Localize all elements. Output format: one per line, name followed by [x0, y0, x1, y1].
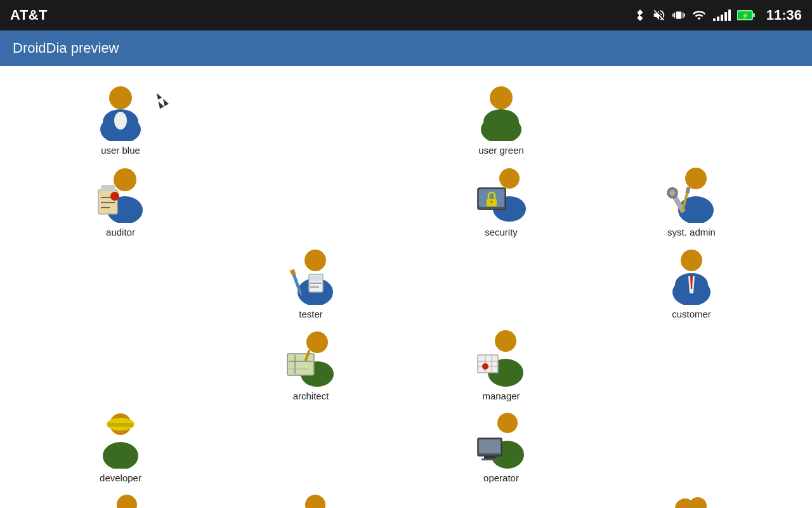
icon-developer[interactable]: developer — [87, 406, 154, 488]
proj-manager-svg: 31 — [92, 493, 149, 508]
app-title: DroidDia preview — [13, 40, 119, 57]
developer-label: developer — [100, 472, 141, 483]
svg-point-61 — [103, 442, 138, 469]
manager-svg — [473, 330, 530, 387]
svg-rect-54 — [478, 355, 498, 373]
svg-point-9 — [483, 109, 519, 135]
auditor-svg — [92, 166, 149, 223]
svg-point-52 — [495, 330, 516, 352]
operator-svg — [473, 411, 530, 469]
icon-group[interactable]: group — [658, 488, 725, 508]
signal-bars-icon — [713, 10, 731, 21]
status-bar: AT&T ⚡ — [0, 0, 812, 30]
svg-point-64 — [497, 413, 518, 433]
vibrate-icon — [672, 8, 685, 22]
user-blue-label: user blue — [101, 145, 140, 156]
svg-rect-69 — [481, 458, 498, 460]
user-blue-svg — [92, 84, 149, 141]
svg-point-7 — [490, 86, 513, 109]
icon-security[interactable]: security — [468, 161, 535, 243]
svg-rect-1 — [752, 13, 755, 17]
svg-rect-47 — [287, 354, 314, 375]
svg-point-40 — [681, 250, 702, 271]
syst-admin-svg — [663, 166, 720, 223]
svg-point-18 — [499, 168, 520, 189]
app-bar: DroidDia preview — [0, 30, 812, 66]
svg-point-31 — [304, 250, 326, 271]
wifi-icon — [691, 8, 707, 22]
user-green-label: user green — [478, 145, 524, 156]
tester-label: tester — [299, 309, 323, 319]
svg-point-3 — [109, 86, 132, 109]
security-svg — [473, 166, 530, 223]
svg-rect-13 — [101, 185, 115, 191]
battery-icon: ⚡ — [737, 10, 755, 20]
icon-operator[interactable]: operator — [468, 406, 535, 488]
svg-rect-34 — [310, 276, 322, 281]
icon-syst-admin[interactable]: syst. admin — [658, 161, 725, 243]
icon-service[interactable]: service — [277, 488, 344, 508]
architect-svg — [282, 330, 339, 387]
icon-customer[interactable]: customer — [658, 243, 725, 324]
icon-architect[interactable]: architect — [277, 324, 344, 406]
time-display: 11:36 — [766, 7, 802, 23]
syst-admin-label: syst. admin — [667, 227, 716, 237]
architect-label: architect — [293, 391, 329, 401]
auditor-label: auditor — [106, 227, 135, 237]
icon-user-green[interactable]: user green — [468, 79, 535, 161]
svg-rect-68 — [484, 456, 495, 458]
customer-svg — [663, 248, 720, 305]
svg-point-45 — [306, 331, 328, 353]
operator-label: operator — [483, 472, 519, 483]
security-label: security — [485, 227, 518, 237]
svg-point-70 — [117, 495, 137, 508]
svg-rect-67 — [479, 439, 501, 453]
bluetooth-icon — [634, 8, 646, 22]
svg-rect-30 — [685, 187, 690, 194]
status-icons: ⚡ 11:36 — [634, 7, 802, 23]
mute-icon — [652, 8, 666, 22]
svg-rect-63 — [108, 423, 133, 427]
user-green-svg — [473, 84, 530, 141]
icon-proj-manager[interactable]: 31 proj. manager — [86, 488, 155, 508]
svg-point-24 — [685, 168, 707, 189]
main-content: user blue user green auditor — [0, 66, 812, 508]
developer-svg — [92, 411, 149, 469]
customer-label: customer — [672, 309, 711, 319]
carrier-label: AT&T — [10, 7, 48, 23]
icon-tester[interactable]: tester — [277, 243, 344, 324]
group-svg — [663, 493, 720, 508]
svg-point-23 — [490, 201, 493, 203]
svg-point-10 — [114, 168, 136, 191]
icon-auditor[interactable]: auditor — [87, 161, 154, 243]
icon-user-blue[interactable]: user blue — [87, 79, 154, 161]
svg-point-6 — [114, 112, 127, 130]
svg-point-79 — [305, 495, 325, 508]
service-svg — [282, 493, 339, 508]
svg-text:⚡: ⚡ — [741, 12, 749, 20]
svg-point-59 — [482, 363, 488, 370]
tester-svg — [282, 248, 339, 305]
icon-manager[interactable]: manager — [468, 324, 535, 406]
svg-point-17 — [110, 192, 119, 201]
manager-label: manager — [482, 391, 520, 401]
